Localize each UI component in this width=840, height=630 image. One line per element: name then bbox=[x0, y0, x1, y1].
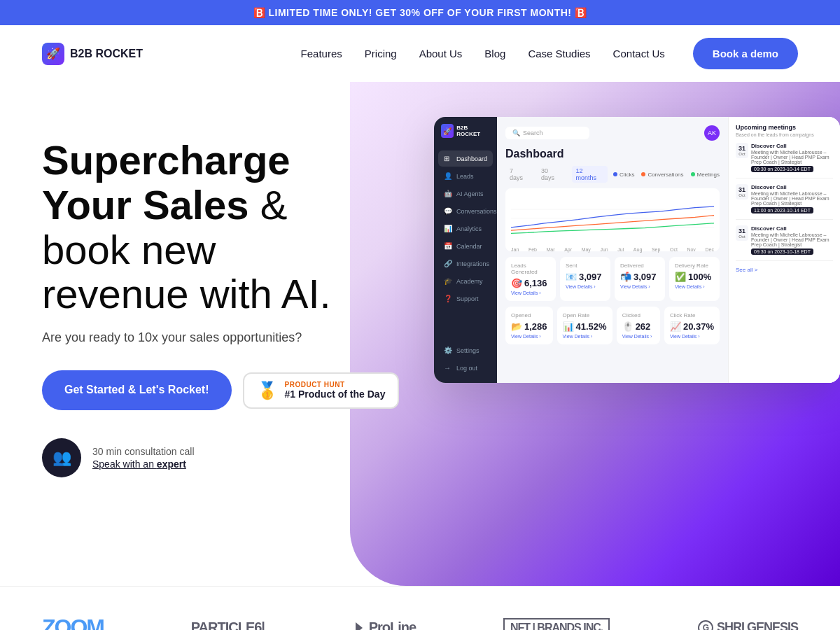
stat-leads-label: Leads Generated bbox=[511, 262, 550, 275]
leads-icon: 👤 bbox=[444, 172, 452, 180]
stat-leads: Leads Generated 🎯6,136 View Details › bbox=[505, 257, 556, 301]
hero-buttons: Get Started & Let's Rocket! 🥇 PRODUCT HU… bbox=[42, 370, 406, 410]
ai-agents-icon: 🤖 bbox=[444, 190, 452, 197]
sidebar-item-support[interactable]: ❓ Support bbox=[438, 290, 493, 307]
stat-opened-link[interactable]: View Details › bbox=[511, 334, 547, 339]
sidebar-item-logout[interactable]: → Log out bbox=[438, 360, 493, 376]
sidebar-item-ai-agents[interactable]: 🤖 AI Agents bbox=[438, 186, 493, 202]
sidebar-item-conversations[interactable]: 💬 Conversations bbox=[438, 203, 493, 219]
consult-link-bold: expert bbox=[157, 458, 186, 470]
shri-icon: G bbox=[697, 620, 714, 631]
legend-conversations-label: Conversations bbox=[648, 172, 683, 178]
conversations-icon: 💬 bbox=[444, 207, 452, 215]
nav-case-studies[interactable]: Case Studies bbox=[528, 48, 590, 59]
nav-pricing[interactable]: Pricing bbox=[365, 48, 397, 59]
user-avatar: AK bbox=[704, 125, 720, 141]
stat-open-rate-link[interactable]: View Details › bbox=[563, 334, 607, 339]
clicks-dot bbox=[613, 172, 617, 176]
nav-blog[interactable]: Blog bbox=[484, 48, 505, 59]
nav-links: Features Pricing About Us Blog Case Stud… bbox=[301, 48, 665, 60]
integrations-icon: 🔗 bbox=[444, 260, 452, 267]
meeting-date-2: 31 Oct bbox=[736, 184, 748, 200]
stat-opened-label: Opened bbox=[511, 312, 547, 318]
see-all-meetings[interactable]: See all > bbox=[736, 267, 833, 273]
main-dashboard-content: 🔍 Search AK Dashboard 7 days 30 days 12 … bbox=[497, 117, 728, 383]
stat-clicked-value: 🖱️262 bbox=[622, 321, 654, 332]
dashboard-title: Dashboard bbox=[505, 148, 720, 160]
sidebar-item-analytics[interactable]: 📊 Analytics bbox=[438, 220, 493, 237]
ph-rank: #1 Product of the Day bbox=[285, 388, 386, 400]
legend-meetings-label: Meetings bbox=[697, 172, 720, 178]
hero-title: Supercharge Your Sales &book newrevenue … bbox=[42, 138, 406, 316]
meeting-item-1: 31 Oct Discover Call Meeting with Michel… bbox=[736, 143, 833, 178]
sidebar-label-academy: Academy bbox=[456, 278, 483, 285]
dashboard-top-bar: 🔍 Search AK bbox=[505, 125, 720, 141]
tab-12months[interactable]: 12 months bbox=[572, 166, 608, 183]
stat-delivery-rate-link[interactable]: View Details › bbox=[675, 284, 714, 289]
legend-meetings: Meetings bbox=[691, 172, 720, 178]
academy-icon: 🎓 bbox=[444, 277, 452, 285]
sidebar-label-int: Integrations bbox=[456, 260, 489, 267]
dashboard-sidebar: 🚀 B2B ROCKET ⊞ Dashboard 👤 Leads bbox=[434, 117, 497, 383]
search-icon: 🔍 bbox=[512, 130, 520, 136]
sidebar-item-calendar[interactable]: 📅 Calendar bbox=[438, 238, 493, 254]
sidebar-item-leads[interactable]: 👤 Leads bbox=[438, 168, 493, 184]
consultation-text: 30 min consultation call Speak with an e… bbox=[92, 446, 195, 470]
get-started-button[interactable]: Get Started & Let's Rocket! bbox=[42, 370, 232, 410]
legend-conversations: Conversations bbox=[641, 172, 683, 178]
sidebar-item-dashboard[interactable]: ⊞ Dashboard bbox=[438, 150, 493, 167]
stat-click-rate: Click Rate 📈20.37% View Details › bbox=[664, 307, 720, 344]
hero-subtitle: Are you ready to 10x your sales opportun… bbox=[42, 330, 406, 345]
logout-icon: → bbox=[444, 364, 452, 372]
search-placeholder: Search bbox=[523, 130, 543, 136]
chart-x-labels: Jan Feb Mar Apr May Jun Jul Aug Sep Oct bbox=[511, 247, 714, 252]
nav-contact[interactable]: Contact Us bbox=[613, 48, 665, 59]
partner-nft: NFT | BRANDS INC. bbox=[503, 618, 610, 631]
svg-marker-3 bbox=[356, 622, 363, 631]
stat-clicked-link[interactable]: View Details › bbox=[622, 334, 654, 339]
hero-right: 🚀 B2B ROCKET ⊞ Dashboard 👤 Leads bbox=[434, 117, 840, 383]
right-panel: Upcoming meetings Based on the leads fro… bbox=[728, 117, 840, 383]
product-hunt-badge[interactable]: 🥇 PRODUCT HUNT #1 Product of the Day bbox=[243, 372, 400, 409]
sidebar-item-academy[interactable]: 🎓 Academy bbox=[438, 273, 493, 289]
avatar-icon: 👥 bbox=[42, 438, 81, 477]
meeting-info-3: Discover Call Meeting with Michelle Labr… bbox=[751, 225, 833, 255]
consult-link[interactable]: Speak with an expert bbox=[92, 458, 195, 470]
calendar-icon: 📅 bbox=[444, 242, 452, 250]
stat-open-rate-label: Open Rate bbox=[563, 312, 607, 318]
dashboard-icon: ⊞ bbox=[444, 155, 452, 162]
partners-section: ZOOM PARTICLE6| ProLine NFT | BRANDS INC… bbox=[0, 586, 840, 630]
nav-features[interactable]: Features bbox=[301, 48, 342, 59]
search-bar[interactable]: 🔍 Search bbox=[505, 127, 589, 139]
partner-particle6: PARTICLE6| bbox=[191, 620, 265, 630]
tab-30days[interactable]: 30 days bbox=[537, 166, 566, 183]
stat-click-rate-link[interactable]: View Details › bbox=[670, 334, 714, 339]
sidebar-label-leads: Leads bbox=[456, 173, 474, 180]
book-demo-button[interactable]: Book a demo bbox=[693, 38, 798, 69]
stat-sent-link[interactable]: View Details › bbox=[566, 284, 605, 289]
meeting-item-2: 31 Oct Discover Call Meeting with Michel… bbox=[736, 184, 833, 220]
nav-about[interactable]: About Us bbox=[419, 48, 463, 59]
consultation-row: 👥 30 min consultation call Speak with an… bbox=[42, 438, 406, 477]
stats-row-2: Opened 📂1,286 View Details › Open Rate 📊… bbox=[505, 307, 720, 344]
time-tabs: 7 days 30 days 12 months Clicks bbox=[505, 166, 720, 183]
logo[interactable]: 🚀 B2B ROCKET bbox=[42, 43, 143, 65]
stats-row-1: Leads Generated 🎯6,136 View Details › Se… bbox=[505, 257, 720, 301]
stat-open-rate: Open Rate 📊41.52% View Details › bbox=[557, 307, 612, 344]
stat-opened-value: 📂1,286 bbox=[511, 321, 547, 332]
legend-clicks-label: Clicks bbox=[620, 172, 634, 178]
sidebar-logo: 🚀 B2B ROCKET bbox=[438, 124, 493, 138]
logo-icon: 🚀 bbox=[42, 43, 64, 65]
stat-delivered-link[interactable]: View Details › bbox=[620, 284, 659, 289]
sidebar-item-integrations[interactable]: 🔗 Integrations bbox=[438, 255, 493, 272]
tab-7days[interactable]: 7 days bbox=[505, 166, 531, 183]
stat-leads-link[interactable]: View Details › bbox=[511, 290, 550, 295]
hero-title-line1: Supercharge bbox=[42, 137, 290, 183]
consult-label: 30 min consultation call bbox=[92, 446, 195, 457]
chart-area: Jan Feb Mar Apr May Jun Jul Aug Sep Oct bbox=[505, 188, 720, 251]
navigation: 🚀 B2B ROCKET Features Pricing About Us B… bbox=[0, 25, 840, 82]
sidebar-item-settings[interactable]: ⚙️ Settings bbox=[438, 342, 493, 358]
line-chart bbox=[511, 194, 714, 243]
ph-label: PRODUCT HUNT bbox=[285, 381, 386, 388]
stat-delivered-value: 📬3,097 bbox=[620, 272, 659, 282]
